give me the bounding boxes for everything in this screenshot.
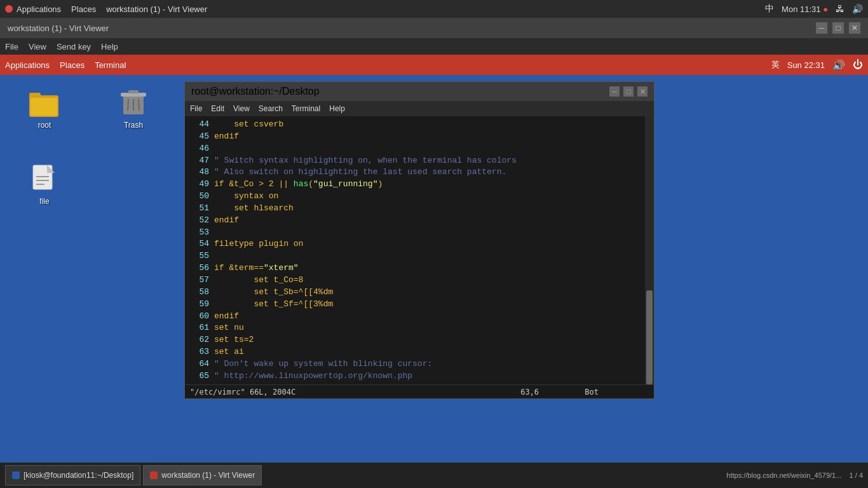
svg-line-8 xyxy=(139,99,139,111)
term-maximize[interactable]: □ xyxy=(623,86,634,97)
term-statusbar: "/etc/vimrc" 66L, 2004C 63,6 Bot xyxy=(185,384,654,398)
host-input-indicator: 中 xyxy=(765,3,774,15)
virt-task-label: workstation (1) - Virt Viewer xyxy=(161,471,255,480)
term-terminal-menu[interactable]: Terminal xyxy=(292,104,320,113)
guest-power-icon: ⏻ xyxy=(853,59,863,71)
host-bar: Applications Places workstation (1) - Vi… xyxy=(0,0,868,18)
terminal-task-icon xyxy=(12,471,20,479)
host-places-menu[interactable]: Places xyxy=(71,4,96,14)
maximize-button[interactable]: □ xyxy=(832,22,844,34)
sendkey-menu[interactable]: Send key xyxy=(57,42,91,51)
desktop-icon-root[interactable]: root xyxy=(19,88,70,130)
code-line-63: 63set ai xyxy=(190,346,649,358)
term-edit-menu[interactable]: Edit xyxy=(211,104,224,113)
term-help-menu[interactable]: Help xyxy=(329,104,345,113)
guest-locale: 英 xyxy=(771,59,780,71)
code-line-58: 58 set t_Sb=^[[4%dm xyxy=(190,287,649,299)
term-content: 44 set csverb 45endif 46 47" Switch synt… xyxy=(185,116,654,384)
host-datetime: Mon 11:31 ● xyxy=(782,4,828,14)
window-titlebar: workstation (1) - Virt Viewer ─ □ ✕ xyxy=(0,18,868,38)
file-menu[interactable]: File xyxy=(5,42,18,51)
host-window-title: workstation (1) - Virt Viewer xyxy=(106,4,207,14)
code-line-49: 49if &t_Co > 2 || has("gui_running") xyxy=(190,179,649,191)
term-file-menu[interactable]: File xyxy=(190,104,202,113)
code-line-44: 44 set csverb xyxy=(190,119,649,131)
taskbar: [kiosk@foundation11:~/Desktop] workstati… xyxy=(0,463,868,488)
view-menu[interactable]: View xyxy=(29,42,46,51)
taskbar-left: [kiosk@foundation11:~/Desktop] workstati… xyxy=(5,465,262,485)
host-bar-left: Applications Places workstation (1) - Vi… xyxy=(5,4,207,14)
folder-icon xyxy=(29,88,60,118)
term-controls: ─ □ ✕ xyxy=(609,86,648,97)
vim-statusline: "/etc/vimrc" 66L, 2004C 63,6 Bot xyxy=(190,388,599,396)
code-line-57: 57 set t_Co=8 xyxy=(190,274,649,287)
guest-datetime: Sun 22:31 xyxy=(787,60,825,70)
term-title: root@workstation:~/Desktop xyxy=(191,86,320,97)
desktop: root Trash xyxy=(0,75,868,463)
virt-task-icon xyxy=(150,471,158,479)
code-line-53: 53 xyxy=(190,227,649,239)
guest-places-menu[interactable]: Places xyxy=(60,60,85,70)
svg-line-6 xyxy=(128,99,128,111)
code-line-45: 45endif xyxy=(190,131,649,143)
code-line-46: 46 xyxy=(190,143,649,155)
guest-bar: Applications Places Terminal 英 Sun 22:31… xyxy=(0,55,868,75)
trash-icon xyxy=(118,88,149,118)
help-menu[interactable]: Help xyxy=(101,42,118,51)
desktop-icon-file[interactable]: file xyxy=(19,164,70,206)
code-line-66: 66let &guicursor = &guicursor . ",a:blin… xyxy=(190,383,649,384)
code-line-64: 64" Don't wake up system with blinking c… xyxy=(190,358,649,370)
recording-dot: ● xyxy=(823,4,828,14)
code-line-47: 47" Switch syntax highlighting on, when … xyxy=(190,155,649,167)
guest-bar-left: Applications Places Terminal xyxy=(5,60,126,70)
term-search-menu[interactable]: Search xyxy=(259,104,283,113)
code-line-51: 51 set hlsearch xyxy=(190,203,649,215)
window-controls: ─ □ ✕ xyxy=(816,22,860,34)
term-minimize[interactable]: ─ xyxy=(609,86,620,97)
code-line-55: 55 xyxy=(190,250,649,262)
code-line-65: 65" http://www.linuxpowertop.org/known.p… xyxy=(190,370,649,383)
close-button[interactable]: ✕ xyxy=(849,22,860,34)
terminal-task-label: [kiosk@foundation11:~/Desktop] xyxy=(24,471,133,480)
code-line-56: 56if &term=="xterm" xyxy=(190,262,649,274)
guest-bar-right: 英 Sun 22:31 🔊 ⏻ xyxy=(771,59,863,71)
term-view-menu[interactable]: View xyxy=(233,104,250,113)
code-line-62: 62set ts=2 xyxy=(190,334,649,346)
app-menubar: File View Send key Help xyxy=(0,38,868,55)
svg-rect-5 xyxy=(128,90,139,93)
scrollbar-thumb[interactable] xyxy=(646,290,653,384)
term-titlebar: root@workstation:~/Desktop ─ □ ✕ xyxy=(185,82,654,101)
network-icon: 🖧 xyxy=(836,4,844,14)
host-app-icon: Applications xyxy=(5,4,61,14)
code-line-54: 54filetype plugin on xyxy=(190,238,649,250)
taskbar-item-terminal[interactable]: [kiosk@foundation11:~/Desktop] xyxy=(5,465,140,485)
code-line-61: 61set nu xyxy=(190,322,649,334)
scrollbar-track[interactable] xyxy=(645,116,654,384)
taskbar-url: https://blog.csdn.net/weixin_4579/1... xyxy=(726,471,841,479)
guest-volume-icon: 🔊 xyxy=(832,59,845,71)
code-line-60: 60endif xyxy=(190,311,649,323)
window-title: workstation (1) - Virt Viewer xyxy=(8,24,109,33)
guest-applications-menu[interactable]: Applications xyxy=(5,60,50,70)
host-bar-right: 中 Mon 11:31 ● 🖧 🔊 xyxy=(765,3,863,15)
terminal-window: root@workstation:~/Desktop ─ □ ✕ File Ed… xyxy=(184,81,654,399)
taskbar-right: https://blog.csdn.net/weixin_4579/1... 1… xyxy=(726,471,863,479)
code-line-48: 48" Also switch on highlighting the last… xyxy=(190,166,649,179)
guest-terminal-menu[interactable]: Terminal xyxy=(95,60,126,70)
term-menubar: File Edit View Search Terminal Help xyxy=(185,101,654,116)
volume-icon: 🔊 xyxy=(852,4,863,14)
code-line-59: 59 set t_Sf=^[[3%dm xyxy=(190,299,649,311)
taskbar-item-virt-viewer[interactable]: workstation (1) - Virt Viewer xyxy=(143,465,262,485)
trash-icon-label: Trash xyxy=(124,121,143,130)
minimize-button[interactable]: ─ xyxy=(816,22,827,34)
root-icon-label: root xyxy=(38,121,51,130)
file-icon-label: file xyxy=(39,197,49,206)
svg-rect-2 xyxy=(31,98,57,116)
code-line-52: 52endif xyxy=(190,215,649,227)
pagination: 1 / 4 xyxy=(850,471,863,479)
desktop-icon-trash[interactable]: Trash xyxy=(108,88,159,130)
document-icon xyxy=(29,164,60,194)
host-applications-menu[interactable]: Applications xyxy=(17,4,61,14)
code-line-50: 50 syntax on xyxy=(190,191,649,203)
term-close[interactable]: ✕ xyxy=(637,86,648,97)
